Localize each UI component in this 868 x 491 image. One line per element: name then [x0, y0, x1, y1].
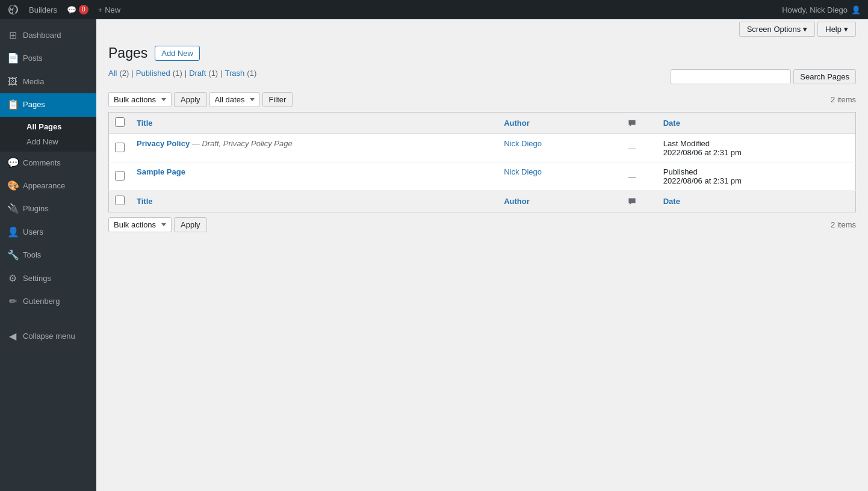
row-checkbox-cell [109, 162, 131, 191]
post-state: — Draft, Privacy Policy Page [192, 139, 293, 148]
row-comments-cell: — [607, 134, 657, 162]
sidebar-item-comments[interactable]: 💬 Comments [0, 152, 96, 174]
page-title-link[interactable]: Privacy Policy [137, 139, 190, 148]
new-content-link[interactable]: + New [98, 5, 121, 14]
date-column-header[interactable]: Date [657, 113, 856, 134]
items-count-bottom: 2 items [831, 220, 856, 229]
collapse-icon: ◀ [7, 330, 18, 343]
user-info: Howdy, Nick Diego 👤 [782, 5, 861, 14]
filter-published-link[interactable]: Published [136, 69, 170, 78]
bulk-actions-select-bottom[interactable]: Bulk actions [108, 217, 172, 232]
admin-bar: Builders 💬 0 + New Howdy, Nick Diego 👤 [0, 0, 868, 19]
toolbar-right: 2 items [831, 95, 856, 104]
screen-options-chevron-icon: ▾ [803, 25, 807, 34]
sidebar-item-label: Appearance [23, 181, 65, 191]
page-title-link[interactable]: Sample Page [137, 167, 185, 176]
tools-icon: 🔧 [7, 249, 18, 262]
sidebar-item-plugins[interactable]: 🔌 Plugins [0, 197, 96, 220]
table-footer-row: Title Author Date [109, 191, 856, 212]
select-all-checkbox[interactable] [115, 117, 125, 127]
sidebar-item-label: Tools [23, 250, 41, 261]
sidebar-item-label: Dashboard [23, 30, 61, 41]
date-label: Published [663, 167, 698, 176]
sidebar-item-users[interactable]: 👤 Users [0, 221, 96, 244]
sidebar-item-label: Comments [23, 158, 61, 168]
table-header-row: Title Author Date [109, 113, 856, 134]
plugins-icon: 🔌 [7, 202, 18, 215]
filter-draft-count: (1) [208, 69, 218, 78]
sidebar-item-label: Users [23, 227, 43, 238]
sidebar-item-label: Pages [23, 99, 45, 110]
pages-submenu: All Pages Add New [0, 117, 96, 152]
settings-icon: ⚙ [7, 272, 18, 285]
row-title-cell: Privacy Policy — Draft, Privacy Policy P… [131, 134, 498, 162]
filter-all-link[interactable]: All [108, 69, 117, 78]
sidebar: ⊞ Dashboard 📄 Posts 🖼 Media 📋 Pages All … [0, 19, 96, 491]
comments-nav-icon: 💬 [7, 156, 18, 170]
search-bar: Search Pages [671, 69, 856, 84]
author-footer-header[interactable]: Author [498, 191, 607, 212]
title-column-header[interactable]: Title [131, 113, 498, 134]
sidebar-collapse-menu[interactable]: ◀ Collapse menu [0, 325, 96, 348]
bulk-apply-button-bottom[interactable]: Apply [174, 217, 207, 232]
search-input[interactable] [671, 69, 791, 84]
filter-button[interactable]: Filter [262, 92, 293, 107]
gutenberg-icon: ✏ [7, 295, 18, 308]
user-avatar-icon: 👤 [851, 5, 861, 14]
bulk-actions-select-top[interactable]: Bulk actions [108, 92, 172, 107]
site-name-link[interactable]: Builders [29, 5, 57, 14]
page-content: Pages Add New All (2) | Published (1) | … [96, 39, 868, 244]
bottom-toolbar-left: Bulk actions Apply [108, 217, 207, 232]
filter-draft-link[interactable]: Draft [189, 69, 206, 78]
sidebar-sub-item-add-new[interactable]: Add New [22, 134, 96, 149]
row-author-cell: Nick Diego [498, 162, 607, 191]
screen-options-button[interactable]: Screen Options ▾ [739, 22, 816, 37]
comment-bubble-icon: 💬 [67, 5, 76, 14]
add-new-button[interactable]: Add New [155, 46, 200, 61]
row-date-cell: Published 2022/08/06 at 2:31 pm [657, 162, 856, 191]
sidebar-sub-item-all-pages[interactable]: All Pages [22, 119, 96, 134]
filter-trash-link[interactable]: Trash [225, 69, 245, 78]
help-chevron-icon: ▾ [844, 25, 848, 34]
media-icon: 🖼 [7, 75, 18, 88]
filter-trash-count: (1) [247, 69, 256, 78]
sidebar-item-appearance[interactable]: 🎨 Appearance [0, 174, 96, 197]
row-checkbox[interactable] [115, 171, 125, 181]
sidebar-item-dashboard[interactable]: ⊞ Dashboard [0, 24, 96, 47]
search-pages-button[interactable]: Search Pages [793, 69, 856, 84]
items-count-bottom-container: 2 items [831, 220, 856, 229]
select-all-footer-header [109, 191, 131, 212]
table-row: Sample Page Nick Diego — Published 2022/… [109, 162, 856, 191]
sidebar-item-label: Gutenberg [23, 296, 60, 307]
posts-icon: 📄 [7, 52, 18, 65]
main-content: Screen Options ▾ Help ▾ Pages Add New Al… [96, 19, 868, 491]
date-filter-select[interactable]: All dates [209, 92, 260, 107]
sidebar-item-media[interactable]: 🖼 Media [0, 70, 96, 93]
sidebar-item-gutenberg[interactable]: ✏ Gutenberg [0, 290, 96, 313]
select-all-checkbox-footer[interactable] [115, 196, 125, 205]
top-toolbar: Bulk actions Apply All dates Filter 2 it… [108, 92, 856, 107]
dashboard-icon: ⊞ [7, 29, 18, 42]
filter-all-count: (2) [119, 69, 129, 78]
date-value: 2022/08/06 at 2:31 pm [663, 176, 742, 185]
author-link[interactable]: Nick Diego [504, 167, 542, 176]
wordpress-logo[interactable] [7, 4, 19, 16]
pages-icon: 📋 [7, 98, 18, 111]
row-checkbox[interactable] [115, 143, 125, 152]
sidebar-item-tools[interactable]: 🔧 Tools [0, 244, 96, 267]
sidebar-item-label: Plugins [23, 203, 49, 214]
comments-link[interactable]: 💬 0 [67, 5, 88, 14]
sidebar-item-posts[interactable]: 📄 Posts [0, 47, 96, 70]
date-value: 2022/08/06 at 2:31 pm [663, 148, 742, 157]
page-title: Pages [108, 45, 147, 61]
help-button[interactable]: Help ▾ [817, 22, 856, 37]
sidebar-item-settings[interactable]: ⚙ Settings [0, 267, 96, 290]
author-link[interactable]: Nick Diego [504, 139, 542, 148]
title-footer-header[interactable]: Title [131, 191, 498, 212]
bulk-apply-button-top[interactable]: Apply [174, 92, 207, 107]
sidebar-item-pages[interactable]: 📋 Pages [0, 93, 96, 116]
author-column-header[interactable]: Author [498, 113, 607, 134]
date-footer-header[interactable]: Date [657, 191, 856, 212]
appearance-icon: 🎨 [7, 179, 18, 193]
page-header: Pages Add New [108, 45, 856, 61]
